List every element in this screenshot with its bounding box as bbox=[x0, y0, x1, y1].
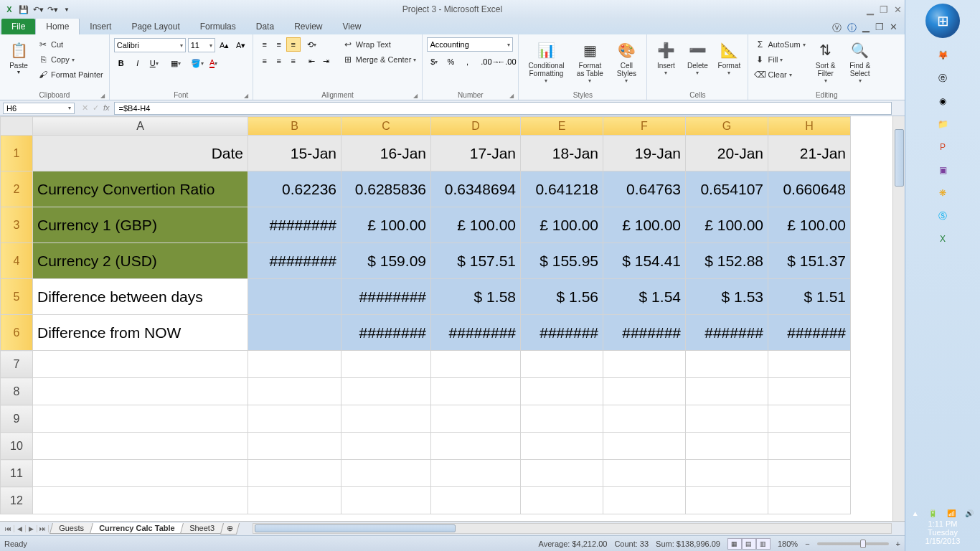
zoom-out-button[interactable]: − bbox=[805, 540, 809, 548]
cell-A1[interactable]: Date bbox=[33, 136, 248, 171]
ie-icon[interactable]: ⓔ bbox=[909, 67, 977, 90]
cell-E6[interactable]: ####### bbox=[521, 315, 603, 351]
zoom-level[interactable]: 180% bbox=[778, 540, 798, 548]
cell-G3[interactable]: £ 100.00 bbox=[686, 207, 768, 243]
cell-B6[interactable] bbox=[248, 315, 341, 351]
col-header-G[interactable]: G bbox=[686, 117, 768, 136]
sheet-tab-guests[interactable]: Guests bbox=[50, 523, 93, 534]
row-header-11[interactable]: 11 bbox=[1, 460, 33, 487]
formula-bar[interactable]: =$B4-H4 bbox=[114, 102, 892, 115]
tab-insert[interactable]: Insert bbox=[80, 19, 121, 34]
cell-D11[interactable] bbox=[431, 460, 521, 487]
restore-button[interactable]: ❐ bbox=[880, 4, 888, 15]
cell-E7[interactable] bbox=[521, 351, 603, 378]
start-button[interactable]: ⊞ bbox=[925, 4, 960, 38]
cell-A11[interactable] bbox=[33, 460, 248, 487]
cell-B1[interactable]: 15-Jan bbox=[248, 136, 341, 171]
row-header-9[interactable]: 9 bbox=[1, 405, 33, 433]
clear-button[interactable]: ⌫Clear▾ bbox=[753, 67, 806, 82]
border-button[interactable]: ▦▾ bbox=[169, 56, 183, 70]
tray-time[interactable]: 1:11 PM bbox=[907, 519, 979, 528]
dialog-launcher-icon[interactable]: ◢ bbox=[509, 93, 514, 99]
misc-icon[interactable]: ❋ bbox=[909, 182, 977, 204]
cell-D7[interactable] bbox=[431, 351, 521, 378]
cell-B8[interactable] bbox=[248, 378, 341, 405]
col-header-B[interactable]: B bbox=[248, 117, 341, 136]
row-header-3[interactable]: 3 bbox=[1, 207, 33, 243]
infopath-icon[interactable]: ▣ bbox=[909, 159, 977, 182]
sort-filter-button[interactable]: ⇅Sort & Filter▾ bbox=[810, 37, 842, 85]
tab-view[interactable]: View bbox=[333, 19, 372, 34]
save-icon[interactable]: 💾 bbox=[17, 3, 30, 16]
tray-up-icon[interactable]: ▲ bbox=[912, 509, 919, 517]
page-layout-view-icon[interactable]: ▤ bbox=[742, 538, 756, 550]
cell-F4[interactable]: $ 154.41 bbox=[603, 243, 686, 279]
cell-D10[interactable] bbox=[431, 433, 521, 460]
format-painter-button[interactable]: 🖌Format Painter bbox=[36, 67, 105, 82]
font-color-button[interactable]: A▾ bbox=[207, 56, 221, 70]
decrease-font-icon[interactable]: A▾ bbox=[234, 38, 248, 52]
close-button[interactable]: ✕ bbox=[894, 4, 902, 15]
horizontal-scrollbar[interactable] bbox=[253, 523, 892, 534]
cell-E2[interactable]: 0.641218 bbox=[521, 171, 603, 207]
cell-D1[interactable]: 17-Jan bbox=[431, 136, 521, 171]
cell-F6[interactable]: ####### bbox=[603, 315, 686, 351]
sheet-tab-sheet3[interactable]: Sheet3 bbox=[180, 523, 224, 534]
minimize-ribbon-icon[interactable]: ⓥ bbox=[832, 22, 842, 34]
cell-B11[interactable] bbox=[248, 460, 341, 487]
help-icon[interactable]: ⓘ bbox=[847, 22, 857, 34]
cell-F9[interactable] bbox=[603, 405, 686, 433]
row-header-7[interactable]: 7 bbox=[1, 351, 33, 378]
zoom-in-button[interactable]: + bbox=[896, 540, 900, 548]
cell-H2[interactable]: 0.660648 bbox=[768, 171, 851, 207]
cell-A2[interactable]: Currency Convertion Ratio bbox=[33, 171, 248, 207]
align-middle-icon[interactable]: ≡ bbox=[272, 37, 286, 52]
cell-G11[interactable] bbox=[686, 460, 768, 487]
format-cells-button[interactable]: 📐Format▾ bbox=[715, 37, 743, 77]
powerpoint-icon[interactable]: P bbox=[909, 136, 977, 159]
cell-H3[interactable]: £ 100.00 bbox=[768, 207, 851, 243]
number-format-combo[interactable]: Accounting▾ bbox=[427, 37, 513, 52]
orientation-icon[interactable]: ⟲▾ bbox=[305, 37, 319, 52]
cell-H9[interactable] bbox=[768, 405, 851, 433]
cell-H5[interactable]: $ 1.51 bbox=[768, 279, 851, 315]
cell-H6[interactable]: ####### bbox=[768, 315, 851, 351]
network-icon[interactable]: 📶 bbox=[947, 509, 956, 517]
redo-icon[interactable]: ↷▾ bbox=[46, 3, 59, 16]
select-all-corner[interactable] bbox=[1, 117, 33, 136]
fill-button[interactable]: ⬇Fill▾ bbox=[753, 52, 806, 67]
cell-G10[interactable] bbox=[686, 433, 768, 460]
cell-F7[interactable] bbox=[603, 351, 686, 378]
col-header-H[interactable]: H bbox=[768, 117, 851, 136]
cell-D9[interactable] bbox=[431, 405, 521, 433]
cell-C8[interactable] bbox=[341, 378, 431, 405]
cell-B7[interactable] bbox=[248, 351, 341, 378]
tab-review[interactable]: Review bbox=[284, 19, 332, 34]
cell-B3[interactable]: ######## bbox=[248, 207, 341, 243]
volume-icon[interactable]: 🔊 bbox=[965, 509, 974, 517]
align-center-icon[interactable]: ≡ bbox=[272, 54, 286, 68]
cell-D4[interactable]: $ 157.51 bbox=[431, 243, 521, 279]
cell-F11[interactable] bbox=[603, 460, 686, 487]
cell-C7[interactable] bbox=[341, 351, 431, 378]
cell-D2[interactable]: 0.6348694 bbox=[431, 171, 521, 207]
bold-button[interactable]: B bbox=[114, 56, 128, 70]
cell-C12[interactable] bbox=[341, 487, 431, 514]
dialog-launcher-icon[interactable]: ◢ bbox=[244, 93, 248, 99]
cell-F10[interactable] bbox=[603, 433, 686, 460]
workbook-close[interactable]: ✕ bbox=[890, 22, 897, 34]
row-header-5[interactable]: 5 bbox=[1, 279, 33, 315]
cell-A8[interactable] bbox=[33, 378, 248, 405]
row-header-2[interactable]: 2 bbox=[1, 171, 33, 207]
cell-H10[interactable] bbox=[768, 433, 851, 460]
cell-B12[interactable] bbox=[248, 487, 341, 514]
cell-E1[interactable]: 18-Jan bbox=[521, 136, 603, 171]
cell-G12[interactable] bbox=[686, 487, 768, 514]
align-top-icon[interactable]: ≡ bbox=[258, 37, 272, 52]
decrease-decimal-icon[interactable]: ←.00 bbox=[499, 55, 514, 69]
increase-indent-icon[interactable]: ⇥ bbox=[319, 54, 334, 68]
file-tab[interactable]: File bbox=[1, 19, 35, 34]
cell-G8[interactable] bbox=[686, 378, 768, 405]
dialog-launcher-icon[interactable]: ◢ bbox=[100, 93, 105, 99]
cell-C2[interactable]: 0.6285836 bbox=[341, 171, 431, 207]
